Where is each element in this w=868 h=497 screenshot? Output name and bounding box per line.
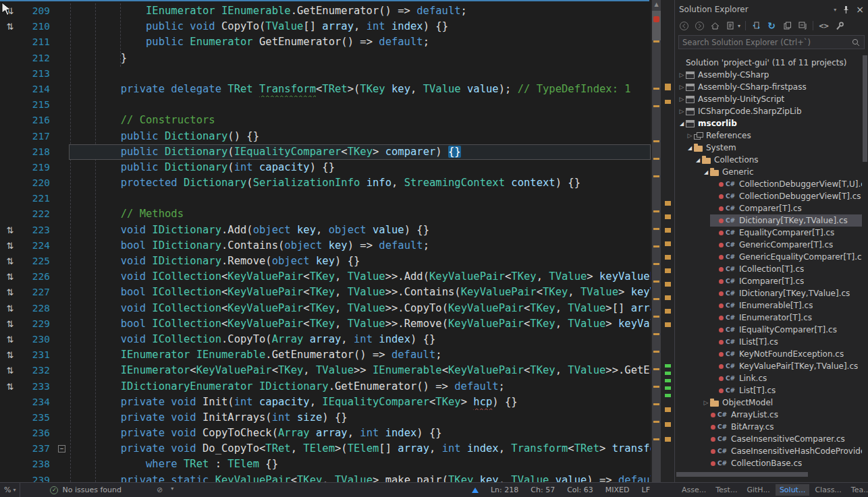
tree-item[interactable]: C#CollectionBase.cs — [675, 457, 862, 469]
tree-item[interactable]: ▷ObjectModel — [675, 397, 862, 409]
code-line[interactable]: ⇅210 public void CopyTo(TValue[] array, … — [0, 19, 651, 34]
char-indicator[interactable]: Ch: 57 — [531, 486, 555, 494]
code-editor[interactable]: ⇅209 IEnumerator IEnumerable.GetEnumerat… — [0, 0, 674, 482]
tree-item[interactable]: ◢System — [675, 142, 862, 154]
forward-icon[interactable] — [694, 20, 705, 31]
tree-item[interactable]: ◢mscorlib — [675, 117, 862, 129]
tree-item[interactable]: C#IDictionary[TKey,TValue].cs — [675, 287, 862, 299]
tree-horizontal-scrollbar[interactable] — [676, 471, 861, 477]
code-line[interactable]: 216 // Constructors — [0, 113, 651, 128]
code-line[interactable]: ⇅232 IEnumerator<KeyValuePair<TKey, TVal… — [0, 363, 651, 378]
tree-item[interactable]: C#EqualityComparer[T].cs — [675, 227, 862, 239]
code-line[interactable]: 218 public Dictionary(IEqualityComparer<… — [0, 144, 651, 160]
collapsed-arrow-icon[interactable]: ▷ — [686, 132, 694, 139]
tree-item[interactable]: Solution 'project-gui' (11 of 11 project… — [675, 57, 862, 69]
code-line[interactable]: 213 — [0, 66, 651, 82]
code-line[interactable]: ⇅226 void ICollection<KeyValuePair<TKey,… — [0, 269, 651, 285]
properties-icon[interactable] — [834, 20, 844, 31]
close-icon[interactable]: × — [856, 5, 864, 13]
tree-item[interactable]: C#IComparer[T].cs — [675, 275, 862, 287]
code-line[interactable]: 214 private delegate TRet Transform<TRet… — [0, 82, 651, 97]
code-line[interactable]: 235 private void InitArrays(int size) {} — [0, 410, 651, 426]
collapsed-arrow-icon[interactable]: ▷ — [678, 96, 686, 103]
tree-item[interactable]: ▷Assembly-UnityScript — [675, 93, 862, 105]
tree-item[interactable]: C#GenericEqualityComparer[T].cs — [675, 251, 862, 263]
tree-item[interactable]: C#CaseInsensitiveHashCodeProvider.cs — [675, 445, 862, 457]
code-line[interactable]: 220 protected Dictionary(SerializationIn… — [0, 175, 651, 191]
zoom-control[interactable]: % ▾ — [0, 486, 20, 494]
collapsed-arrow-icon[interactable]: ▷ — [678, 84, 686, 90]
column-indicator[interactable]: Col: 63 — [567, 486, 593, 494]
back-icon[interactable] — [678, 20, 689, 31]
tree-item[interactable]: ▷References — [675, 129, 862, 142]
eol-indicator[interactable]: LF — [642, 486, 650, 494]
tree-item[interactable]: C#Link.cs — [675, 372, 862, 384]
panel-title-bar[interactable]: Solution Explorer ▾ × — [675, 0, 868, 17]
code-line[interactable]: ⇅227 bool ICollection<KeyValuePair<TKey,… — [0, 285, 651, 300]
panel-tab-asse[interactable]: Asse... — [678, 484, 710, 496]
collapsed-arrow-icon[interactable]: ▷ — [702, 399, 710, 406]
scrollbar-thumb[interactable] — [676, 472, 808, 477]
editor-scrollbar-track[interactable]: ▲ — [652, 0, 661, 482]
tree-item[interactable]: C#IEqualityComparer[T].cs — [675, 324, 862, 336]
tree-item[interactable]: C#KeyValuePair[TKey,TValue].cs — [675, 360, 862, 372]
view-code-icon[interactable]: <> — [818, 20, 829, 31]
code-line[interactable]: ⇅225 void IDictionary.Remove(object key)… — [0, 254, 651, 269]
tree-vertical-scrollbar[interactable] — [862, 54, 868, 470]
code-line[interactable]: 239 private static KeyValuePair<TKey, TV… — [0, 473, 651, 482]
sync-active-document-icon[interactable] — [751, 20, 761, 31]
code-line[interactable]: 211 public Enumerator GetEnumerator() =>… — [0, 34, 651, 50]
code-line[interactable]: 215 — [0, 97, 651, 113]
code-line[interactable]: 222 // Methods — [0, 206, 651, 222]
tree-item[interactable]: ▷Assembly-CSharp — [675, 69, 862, 81]
tree-item[interactable]: C#IEnumerator[T].cs — [675, 312, 862, 324]
panel-tab-tea[interactable]: Tea... — [847, 484, 868, 496]
panel-tab-class[interactable]: Class... — [811, 484, 845, 496]
search-input[interactable]: Search Solution Explorer (Ctrl+`) — [678, 35, 865, 49]
tree-item[interactable]: C#Dictionary[TKey,TValue].cs — [675, 214, 862, 227]
tree-item[interactable]: C#CaseInsensitiveComparer.cs — [675, 433, 862, 445]
code-line[interactable]: ⇅223 void IDictionary.Add(object key, ob… — [0, 223, 651, 238]
tree-item[interactable]: ◢Generic — [675, 166, 862, 178]
refresh-icon[interactable]: ↻ — [766, 20, 777, 31]
tree-item[interactable]: C#CollectionDebuggerView[T].cs — [675, 190, 862, 202]
tree-item[interactable]: C#IEnumerable[T].cs — [675, 299, 862, 312]
expanded-arrow-icon[interactable]: ◢ — [694, 157, 702, 163]
tree-item[interactable]: C#ICollection[T].cs — [675, 263, 862, 275]
tree-item[interactable]: C#List[T].cs — [675, 384, 862, 397]
expanded-arrow-icon[interactable]: ◢ — [686, 145, 694, 151]
code-line[interactable]: 238 where TRet : TElem {} — [0, 457, 651, 472]
code-line[interactable]: ⇅228 void ICollection<KeyValuePair<TKey,… — [0, 301, 651, 316]
code-line[interactable]: ⇅233 IDictionaryEnumerator IDictionary.G… — [0, 379, 651, 394]
encoding-indicator[interactable]: MIXED — [605, 486, 630, 494]
tree-item[interactable]: ◢Collections — [675, 154, 862, 166]
tree-item[interactable]: C#IList[T].cs — [675, 336, 862, 348]
chevron-down-icon[interactable]: ▾ — [171, 486, 173, 494]
scrollbar-thumb[interactable] — [863, 55, 867, 162]
fold-collapse-icon[interactable]: − — [58, 445, 65, 452]
scroll-up-icon[interactable]: ▲ — [652, 1, 661, 7]
code-line[interactable]: 219 public Dictionary(int capacity) {} — [0, 160, 651, 175]
code-line[interactable]: ⇅231 IEnumerator IEnumerable.GetEnumerat… — [0, 347, 651, 363]
status-alert-icon[interactable] — [472, 488, 479, 493]
search-icon[interactable] — [851, 38, 861, 47]
issues-status[interactable]: ✓ No issues found — [50, 486, 121, 494]
tree-item[interactable]: C#BitArray.cs — [675, 421, 862, 433]
panel-tab-test[interactable]: Test... — [711, 484, 741, 496]
scope-icon[interactable] — [725, 20, 736, 31]
expanded-arrow-icon[interactable]: ◢ — [678, 121, 686, 127]
tree-item[interactable]: C#ArrayList.cs — [675, 409, 862, 421]
tree-item[interactable]: C#GenericComparer[T].cs — [675, 239, 862, 251]
expanded-arrow-icon[interactable]: ◢ — [702, 169, 710, 175]
collapsed-arrow-icon[interactable]: ▷ — [678, 108, 686, 115]
tree-item[interactable]: C#KeyNotFoundException.cs — [675, 348, 862, 360]
code-line[interactable]: ⇅224 bool IDictionary.Contains(object ke… — [0, 238, 651, 254]
code-line[interactable]: 212 } — [0, 51, 651, 66]
panel-tab-gith[interactable]: GitH... — [742, 484, 774, 496]
code-line[interactable]: ⇅229 bool ICollection<KeyValuePair<TKey,… — [0, 316, 651, 332]
pin-icon[interactable] — [842, 5, 850, 14]
scrollbar-thumb[interactable] — [652, 11, 661, 40]
panel-tab-solut[interactable]: Solut... — [776, 484, 810, 496]
tree-item[interactable]: ▷Assembly-CSharp-firstpass — [675, 81, 862, 93]
editor-scrollbar[interactable]: ▲ — [651, 0, 674, 482]
